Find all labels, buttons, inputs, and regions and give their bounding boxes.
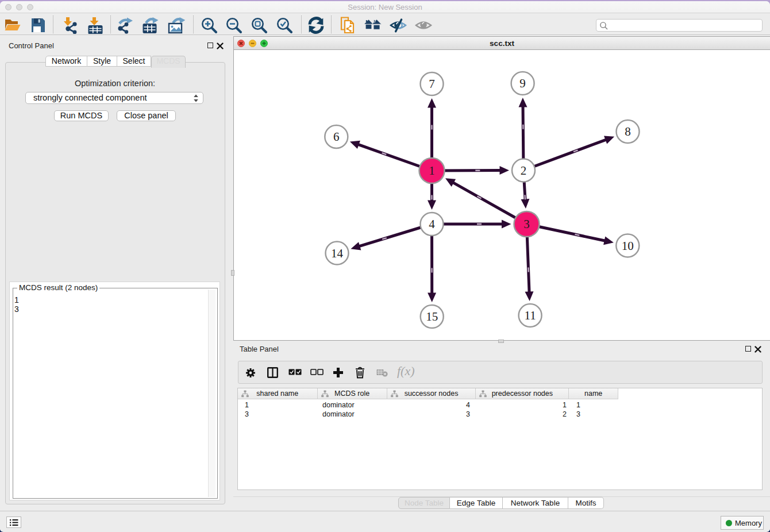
svg-text:9: 9 xyxy=(519,76,526,90)
svg-text:8: 8 xyxy=(625,125,631,138)
svg-text:10: 10 xyxy=(622,239,634,253)
svg-text:15: 15 xyxy=(426,310,438,323)
svg-text:11: 11 xyxy=(524,309,536,322)
svg-text:1: 1 xyxy=(429,164,435,178)
svg-text:3: 3 xyxy=(523,217,530,231)
svg-text:4: 4 xyxy=(429,217,435,231)
svg-text:6: 6 xyxy=(333,130,340,144)
svg-text:7: 7 xyxy=(429,77,435,91)
svg-text:14: 14 xyxy=(331,246,344,260)
svg-text:2: 2 xyxy=(521,164,527,178)
